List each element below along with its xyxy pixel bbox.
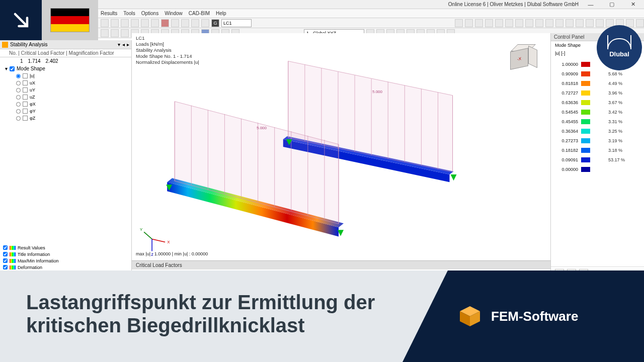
display-option[interactable]: Result Values: [0, 244, 131, 251]
legend-value: 0.36364: [554, 129, 578, 134]
display-option[interactable]: Title Information: [0, 251, 131, 257]
toolbar-btn[interactable]: [101, 29, 109, 37]
menu-window[interactable]: Window: [165, 11, 183, 16]
info-line: Mode Shape No. 1 - 1.714: [136, 53, 199, 59]
option-label: Deformation: [18, 265, 42, 270]
viewcube[interactable]: -X: [508, 43, 538, 73]
panel-header[interactable]: Stability Analysis ▾ ◂ ▸: [0, 40, 131, 49]
toolbar-btn[interactable]: [121, 29, 129, 37]
legend-swatch: [581, 157, 590, 162]
tree-sub-item[interactable]: φZ: [0, 115, 131, 122]
sub-label: uX: [30, 80, 35, 85]
toolbar-btn[interactable]: [566, 19, 574, 27]
loadcase-select[interactable]: LC1: [221, 19, 252, 27]
toolbar-btn[interactable]: [181, 19, 189, 27]
close-button[interactable]: ✕: [624, 0, 642, 9]
viewcube-front[interactable]: -X: [510, 48, 528, 70]
toolbar-btn[interactable]: [171, 19, 179, 27]
video-banner: Lastangriffspunkt zur Ermittlung der kri…: [0, 270, 644, 362]
checkbox[interactable]: [3, 245, 8, 250]
legend-row: 0.727273.96 %: [554, 88, 641, 98]
critical-factors-header[interactable]: Critical Load Factors: [132, 260, 550, 269]
toolbar-btn[interactable]: [505, 19, 513, 27]
model-view[interactable]: X Y Z: [132, 33, 550, 270]
tree-sub-item[interactable]: uY: [0, 86, 131, 94]
viewport-3d[interactable]: X Y Z: [132, 33, 550, 270]
toolbar-btn[interactable]: [151, 19, 159, 27]
toolbar-btn[interactable]: [141, 19, 149, 27]
toolbar-btn[interactable]: [111, 29, 119, 37]
tree-mode-shape[interactable]: ▾ Mode Shape: [0, 65, 131, 72]
toolbar-btn[interactable]: [121, 19, 129, 27]
dimension-label: 5.000: [257, 126, 267, 130]
toolbar-btn[interactable]: [191, 19, 199, 27]
toolbar-btn[interactable]: [201, 19, 209, 27]
toolbar-btn[interactable]: [495, 19, 503, 27]
radio[interactable]: [16, 74, 21, 78]
sub-label: φX: [30, 102, 36, 107]
viewcube-side[interactable]: [528, 46, 537, 68]
legend-percent: 3.18 %: [593, 148, 641, 153]
sub-label: |u|: [30, 73, 35, 78]
radio[interactable]: [16, 116, 21, 121]
navigator-panel: Stability Analysis ▾ ◂ ▸ No. | Critical …: [0, 40, 132, 270]
tree-sub-item[interactable]: uX: [0, 79, 131, 86]
tree-sub-item[interactable]: uZ: [0, 94, 131, 101]
toolbar-btn[interactable]: [586, 19, 594, 27]
legend-swatch: [581, 138, 590, 143]
checkbox[interactable]: [3, 258, 8, 263]
toolbar-btn[interactable]: [101, 19, 109, 27]
checkbox[interactable]: [3, 252, 8, 256]
toolbar-btn[interactable]: [525, 19, 533, 27]
toolbar-btn[interactable]: [161, 19, 169, 27]
radio[interactable]: [16, 81, 21, 85]
toolbar-btn[interactable]: [515, 19, 523, 27]
display-option[interactable]: Deformation: [0, 264, 131, 270]
toolbar-btn[interactable]: [636, 19, 644, 27]
radio[interactable]: [16, 102, 21, 107]
radio[interactable]: [16, 95, 21, 100]
menu-tools[interactable]: Tools: [123, 11, 135, 16]
display-option[interactable]: Max/Min Information: [0, 257, 131, 264]
legend-percent: 3.25 %: [593, 129, 641, 134]
menu-results[interactable]: Results: [101, 11, 117, 16]
menu-options[interactable]: Options: [141, 11, 158, 16]
option-label: Result Values: [18, 245, 45, 250]
maximize-button[interactable]: ▢: [603, 0, 621, 9]
table-row[interactable]: 1 1.714 2.402: [0, 57, 131, 65]
toolbar-btn[interactable]: [576, 19, 584, 27]
chevron-down-icon[interactable]: ▾: [118, 42, 120, 47]
radio[interactable]: [16, 88, 21, 93]
toolbar-btn[interactable]: [545, 19, 553, 27]
tree-sub-item[interactable]: |u|: [0, 72, 131, 79]
menu-cad-bim[interactable]: CAD-BIM: [189, 11, 210, 16]
toolbar-btn[interactable]: [596, 19, 604, 27]
sub-label: uZ: [30, 95, 35, 100]
toolbar-btn[interactable]: [111, 19, 119, 27]
checkbox[interactable]: [3, 265, 8, 269]
toolbar-btn[interactable]: [485, 19, 493, 27]
tree-sub-item[interactable]: φX: [0, 101, 131, 108]
svg-line-34: [144, 232, 152, 239]
locale-badge: [0, 0, 98, 40]
mode-checkbox[interactable]: [10, 66, 15, 71]
minimize-button[interactable]: —: [582, 0, 600, 9]
toolbar-btn[interactable]: [626, 19, 634, 27]
license-text: Online License 6 | Oliver Metzkes | Dlub…: [448, 2, 579, 7]
prev-icon[interactable]: ◂: [122, 42, 125, 47]
legend-value: 0.81818: [554, 81, 578, 86]
menu-help[interactable]: Help: [216, 11, 226, 16]
radio[interactable]: [16, 109, 21, 114]
toolbar-btn[interactable]: [555, 19, 564, 27]
toolbar-btn[interactable]: [455, 19, 463, 27]
dlubal-logo: Dlubal: [597, 25, 642, 70]
cell-no: 1: [20, 58, 23, 64]
toolbar-btn[interactable]: [465, 19, 473, 27]
lc-badge[interactable]: G: [211, 19, 219, 27]
toolbar-btn[interactable]: [475, 19, 483, 27]
tree-expand-icon[interactable]: ▾: [5, 66, 8, 71]
next-icon[interactable]: ▸: [127, 42, 129, 47]
tree-sub-item[interactable]: φY: [0, 108, 131, 115]
toolbar-btn[interactable]: [535, 19, 543, 27]
toolbar-btn[interactable]: [131, 19, 139, 27]
